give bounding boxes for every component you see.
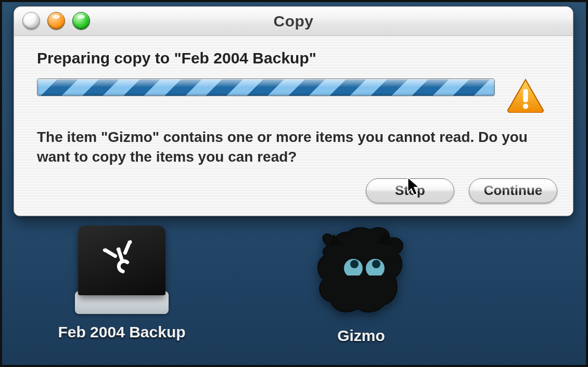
desktop-icon-gizmo[interactable]: Gizmo	[293, 226, 429, 345]
copy-dialog-window: Copy Preparing copy to "Feb 2004 Backup"	[14, 6, 573, 216]
svg-point-11	[350, 260, 359, 268]
warning-triangle-icon	[506, 78, 545, 113]
continue-button[interactable]: Continue	[469, 178, 557, 203]
stop-button[interactable]: Stop	[366, 178, 454, 203]
dialog-body: Preparing copy to "Feb 2004 Backup"	[14, 36, 573, 216]
svg-line-4	[107, 249, 116, 258]
desktop-background: Copy Preparing copy to "Feb 2004 Backup"	[0, 0, 588, 367]
zoom-button[interactable]	[72, 12, 90, 30]
heading-destination: "Feb 2004 Backup"	[174, 49, 316, 67]
svg-line-3	[119, 251, 122, 261]
desktop-icon-label: Gizmo	[293, 327, 429, 345]
svg-line-5	[123, 244, 131, 253]
traffic-lights	[22, 12, 90, 30]
close-button[interactable]	[22, 12, 40, 30]
titlebar[interactable]: Copy	[14, 7, 573, 36]
firewire-drive-icon	[75, 226, 169, 314]
window-title: Copy	[274, 12, 314, 30]
dialog-message: The item "Gizmo" contains one or more it…	[37, 127, 547, 167]
svg-point-12	[372, 260, 380, 268]
desktop-icon-drive[interactable]: Feb 2004 Backup	[54, 226, 189, 341]
indeterminate-progress-bar	[37, 78, 495, 96]
cat-folder-icon	[312, 226, 411, 314]
heading-prefix: Preparing copy to	[37, 49, 174, 67]
minimize-button[interactable]	[47, 12, 65, 30]
svg-rect-0	[523, 89, 528, 102]
dialog-buttons: Stop Continue	[37, 178, 557, 203]
desktop-icon-label: Feb 2004 Backup	[54, 323, 189, 341]
dialog-heading: Preparing copy to "Feb 2004 Backup"	[37, 49, 557, 67]
svg-point-1	[523, 103, 528, 109]
